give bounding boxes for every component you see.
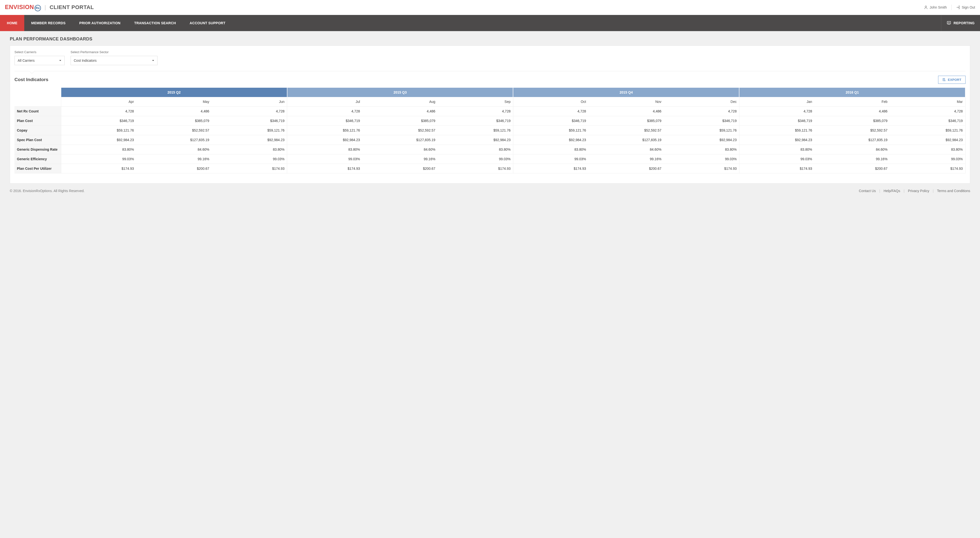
cell: 83.80% <box>890 145 965 154</box>
notch-indicator <box>29 68 35 74</box>
carrier-select[interactable]: All Carriers <box>14 56 65 65</box>
carrier-select-value: All Carriers <box>18 59 35 62</box>
month-header: Jan <box>739 97 815 107</box>
cell: 4,486 <box>815 106 890 116</box>
month-header: Dec <box>664 97 740 107</box>
row-label: Plan Cost Per Utilizer <box>14 164 61 173</box>
cell: $200.67 <box>362 164 438 173</box>
cell: $346,719 <box>739 116 815 126</box>
cell: $200.67 <box>589 164 664 173</box>
user-menu[interactable]: John Smith <box>924 5 947 10</box>
cell: 4,486 <box>137 106 212 116</box>
cell: 83.80% <box>438 145 513 154</box>
cell: 4,728 <box>513 106 589 116</box>
nav-item-prior-authorization[interactable]: PRIOR AUTHORIZATION <box>73 15 127 31</box>
cell: $346,719 <box>61 116 137 126</box>
cell: 83.80% <box>61 145 137 154</box>
month-header: Apr <box>61 97 137 107</box>
cell: 99.03% <box>438 154 513 164</box>
cell: $92,984.23 <box>890 135 965 145</box>
nav-reporting[interactable]: REPORTING <box>941 15 980 31</box>
footer-link[interactable]: Terms and Conditions <box>937 189 970 193</box>
month-header: Feb <box>815 97 890 107</box>
cell: $346,719 <box>438 116 513 126</box>
footer-divider: | <box>879 189 880 193</box>
logo-divider: | <box>45 4 46 11</box>
table-row: Generic Efficiency99.03%99.16%99.03%99.0… <box>14 154 965 164</box>
logo-envision: ENVISION <box>5 4 34 10</box>
main-nav: HOMEMEMBER RECORDSPRIOR AUTHORIZATIONTRA… <box>0 15 980 31</box>
cell: $385,079 <box>137 116 212 126</box>
table-row: Copay$59,121.76$52,592.57$59,121.76$59,1… <box>14 126 965 135</box>
cell: 99.03% <box>513 154 589 164</box>
cell: $52,592.57 <box>589 126 664 135</box>
cell: $52,592.57 <box>362 126 438 135</box>
footer-divider: | <box>904 189 905 193</box>
month-header-row: AprMayJunJulAugSepOctNovDecJanFebMar <box>14 97 965 107</box>
sign-out-button[interactable]: Sign Out <box>956 5 975 10</box>
cell: $92,984.23 <box>739 135 815 145</box>
table-row: Net Rx Count4,7284,4864,7284,7284,4864,7… <box>14 106 965 116</box>
svg-point-0 <box>925 6 927 7</box>
sector-select-label: Select Performance Sector <box>70 50 158 54</box>
footer-link[interactable]: Contact Us <box>859 189 876 193</box>
cell: 4,728 <box>890 106 965 116</box>
user-name: John Smith <box>929 5 947 9</box>
performance-table: 2015 Q22015 Q32015 Q42016 Q1 AprMayJunJu… <box>14 88 966 173</box>
sector-select-value: Cost Indicators <box>74 59 97 62</box>
header-right: John Smith Sign Out <box>924 5 975 10</box>
month-header: Oct <box>513 97 589 107</box>
cell: 99.16% <box>815 154 890 164</box>
cell: $59,121.76 <box>890 126 965 135</box>
section-title: Cost Indicators <box>14 77 48 82</box>
cell: $174.93 <box>287 164 363 173</box>
cell: $59,121.76 <box>438 126 513 135</box>
cell: 4,728 <box>438 106 513 116</box>
page-content: PLAN PERFORMANCE DASHBOARDS Select Carri… <box>0 31 980 185</box>
filter-row: Select Carrier/s All Carriers Select Per… <box>14 50 966 65</box>
sign-out-icon <box>956 5 960 10</box>
quarter-header-row: 2015 Q22015 Q32015 Q42016 Q1 <box>14 88 965 97</box>
cell: $52,592.57 <box>815 126 890 135</box>
cell: 99.03% <box>890 154 965 164</box>
cell: 83.80% <box>212 145 287 154</box>
logo-area: ENVISIONRx | CLIENT PORTAL <box>5 4 94 11</box>
cell: $127,835.19 <box>815 135 890 145</box>
cell: 99.03% <box>61 154 137 164</box>
table-body: Net Rx Count4,7284,4864,7284,7284,4864,7… <box>14 106 965 173</box>
section-header-row: Cost Indicators EXPORT <box>14 76 966 84</box>
reporting-icon <box>947 21 951 25</box>
cell: $200.67 <box>137 164 212 173</box>
cell: $59,121.76 <box>61 126 137 135</box>
export-button[interactable]: EXPORT <box>938 76 966 84</box>
dashboard-card: Select Carrier/s All Carriers Select Per… <box>10 46 970 183</box>
sector-select[interactable]: Cost Indicators <box>70 56 158 65</box>
cell: $385,079 <box>362 116 438 126</box>
cell: $92,984.23 <box>61 135 137 145</box>
month-header: Aug <box>362 97 438 107</box>
row-label: Generic Dispensing Rate <box>14 145 61 154</box>
nav-item-account-support[interactable]: ACCOUNT SUPPORT <box>183 15 232 31</box>
footer-link[interactable]: Help/FAQs <box>883 189 900 193</box>
footer-link[interactable]: Privacy Policy <box>908 189 929 193</box>
chevron-down-icon <box>59 59 62 62</box>
cell: 99.03% <box>212 154 287 164</box>
nav-item-member-records[interactable]: MEMBER RECORDS <box>24 15 72 31</box>
user-icon <box>924 5 928 10</box>
nav-item-transaction-search[interactable]: TRANSACTION SEARCH <box>127 15 183 31</box>
month-header: Nov <box>589 97 664 107</box>
cell: 4,728 <box>212 106 287 116</box>
row-label: Copay <box>14 126 61 135</box>
cell: $59,121.76 <box>664 126 740 135</box>
quarter-header: 2015 Q2 <box>61 88 287 97</box>
cell: 83.80% <box>513 145 589 154</box>
cell: 84.60% <box>815 145 890 154</box>
table-row: Generic Dispensing Rate83.80%84.60%83.80… <box>14 145 965 154</box>
quarter-header: 2015 Q3 <box>287 88 513 97</box>
footer-copyright: © 2016. EnvisionRxOptions. All Rights Re… <box>10 189 84 193</box>
table-wrap: 2015 Q22015 Q32015 Q42016 Q1 AprMayJunJu… <box>14 88 966 173</box>
nav-item-home[interactable]: HOME <box>0 15 24 31</box>
month-header: Mar <box>890 97 965 107</box>
cell: 4,728 <box>61 106 137 116</box>
cell: $59,121.76 <box>513 126 589 135</box>
